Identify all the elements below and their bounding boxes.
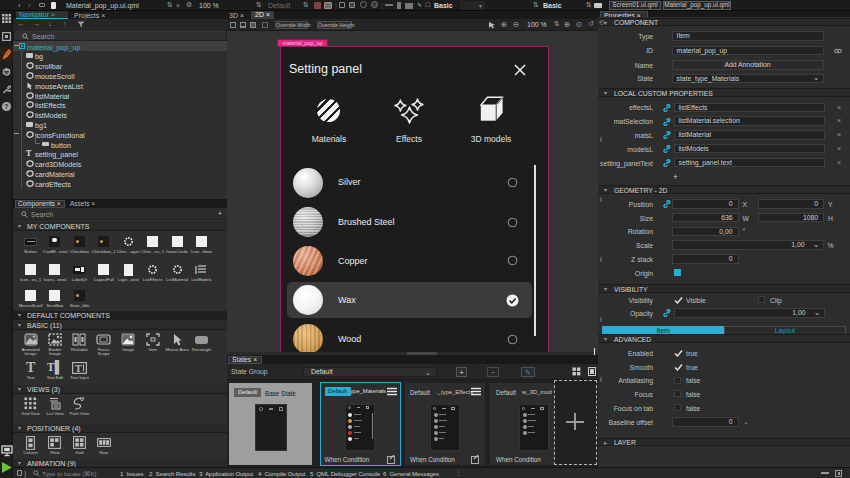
svg-text:T: T [75, 362, 82, 373]
